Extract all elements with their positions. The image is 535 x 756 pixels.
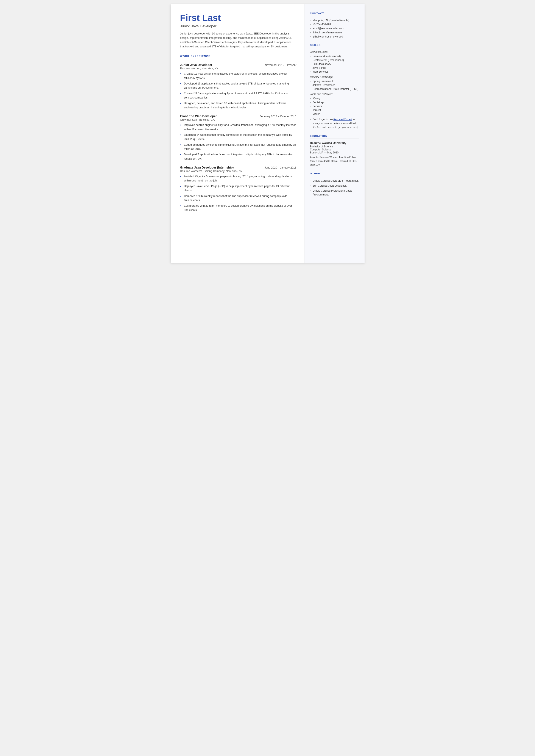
edu-field: Computer Science xyxy=(310,148,359,151)
skill-item: Maven xyxy=(310,113,359,116)
skill-item: Bootstrap xyxy=(310,101,359,104)
job-title: Junior Java Developer xyxy=(180,24,296,28)
other-section: OTHER Oracle Certified Java SE 6 Program… xyxy=(310,172,359,197)
list-item: Collaborated with 20 team members to des… xyxy=(180,204,296,212)
edu-date: Boston, MA — May 2010 xyxy=(310,151,359,154)
skill-item: Restful APIS (Experienced) xyxy=(310,59,359,62)
job-block-1: Junior Java Developer November 2015 – Pr… xyxy=(180,63,296,110)
skills-category-industry: Industry Knowledge: xyxy=(310,75,359,78)
contact-divider xyxy=(310,16,359,16)
job-header-1: Junior Java Developer November 2015 – Pr… xyxy=(180,63,296,67)
contact-item-1: +1-234-456-789 xyxy=(310,23,359,26)
job-bullets-2: Improved search engine visibility for a … xyxy=(180,123,296,161)
contact-item-0: Memphis, TN (Open to Remote) xyxy=(310,19,359,22)
job-block-3: Graduate Java Developer (Internship) Jun… xyxy=(180,166,296,212)
name: First Last xyxy=(180,13,296,23)
other-item: Oracle Certified Java SE 6 Programmer. xyxy=(310,179,359,183)
skill-item: Full Stack JAVA xyxy=(310,63,359,66)
other-divider xyxy=(310,176,359,176)
list-item: Compiled 120 bi-weekly reports that the … xyxy=(180,194,296,203)
list-item: Created 12 new systems that tracked the … xyxy=(180,72,296,80)
promo-text: Don't forget to use Resume Worded to sca… xyxy=(310,118,359,129)
right-column: CONTACT Memphis, TN (Open to Remote) +1-… xyxy=(304,4,365,263)
list-item: Created 21 Java applications using Sprin… xyxy=(180,92,296,100)
left-column: First Last Junior Java Developer Junior … xyxy=(171,4,304,263)
list-item: Developed 7 application interfaces that … xyxy=(180,153,296,161)
job-dates-1: November 2015 – Present xyxy=(265,64,296,67)
education-section: EDUCATION Resume Worded University Bache… xyxy=(310,135,359,167)
list-item: Improved search engine visibility for a … xyxy=(180,123,296,131)
work-divider xyxy=(180,59,296,59)
edu-university: Resume Worded University xyxy=(310,141,359,145)
skills-category-tools: Tools and Software: xyxy=(310,93,359,96)
skill-item: Servlets xyxy=(310,105,359,108)
promo-prefix: Don't forget to use xyxy=(313,118,333,121)
contact-section: CONTACT Memphis, TN (Open to Remote) +1-… xyxy=(310,12,359,38)
other-label: OTHER xyxy=(310,172,359,175)
skill-item: Frameworks (Advanced) xyxy=(310,55,359,58)
list-item: Deployed Java Server Page (JSP) to help … xyxy=(180,184,296,193)
edu-awards: Awards: Resume Worded Teaching Fellow (o… xyxy=(310,155,359,167)
job-bullets-3: Assisted 25 junior & senior employees in… xyxy=(180,174,296,212)
job-title-1: Junior Java Developer xyxy=(180,63,212,67)
skill-item: Representational State Transfer (REST) xyxy=(310,88,359,91)
job-bullets-1: Created 12 new systems that tracked the … xyxy=(180,72,296,110)
job-block-2: Front End Web Developer February 2013 – … xyxy=(180,114,296,161)
job-dates-2: February 2013 – October 2015 xyxy=(260,115,296,118)
other-item: Oracle Certified Professional Java Progr… xyxy=(310,189,359,197)
skill-item: Java Spring xyxy=(310,66,359,70)
education-label: EDUCATION xyxy=(310,135,359,137)
list-item: Developed 15 applications that tracked a… xyxy=(180,82,296,90)
skill-item: Web Services xyxy=(310,70,359,73)
skill-item: Spring Framework xyxy=(310,80,359,83)
job-company-3: Resume Worded's Exciting Company, New Yo… xyxy=(180,170,296,173)
skill-item: Tomcat xyxy=(310,109,359,112)
list-item: Coded embedded stylesheets into existing… xyxy=(180,143,296,151)
job-title-3: Graduate Java Developer (Internship) xyxy=(180,166,234,169)
job-header-3: Graduate Java Developer (Internship) Jun… xyxy=(180,166,296,169)
contact-item-2: email@resumeworded.com xyxy=(310,27,359,30)
skills-category-technical: Technical Skills: xyxy=(310,50,359,53)
summary-text: Junior java developer with 10 years of e… xyxy=(180,32,296,49)
skill-item: Jakarta Persistence xyxy=(310,84,359,87)
promo-link[interactable]: Resume Worded xyxy=(333,118,352,121)
contact-label: CONTACT xyxy=(310,12,359,14)
job-title-2: Front End Web Developer xyxy=(180,114,217,118)
edu-degree: Bachelor of Science xyxy=(310,145,359,148)
list-item: Assisted 25 junior & senior employees in… xyxy=(180,174,296,183)
contact-item-4: github.com/resumeworded xyxy=(310,35,359,38)
other-item: Sun Certified Java Developer. xyxy=(310,184,359,188)
list-item: Designed, developed, and tested 32 web-b… xyxy=(180,101,296,110)
work-experience-label: WORK EXPERIENCE xyxy=(180,55,296,58)
list-item: Launched 14 websites that directly contr… xyxy=(180,133,296,141)
job-header-2: Front End Web Developer February 2013 – … xyxy=(180,114,296,118)
job-company-2: Growthsi, San Francisco, CA xyxy=(180,118,296,121)
skill-item: jQuery xyxy=(310,97,359,100)
skills-section: SKILLS Technical Skills: Frameworks (Adv… xyxy=(310,44,359,129)
contact-item-3: linkedin.com/in/username xyxy=(310,31,359,34)
job-dates-3: June 2010 – January 2013 xyxy=(265,166,296,169)
job-company-1: Resume Worded, New York, NY xyxy=(180,67,296,70)
resume-page: First Last Junior Java Developer Junior … xyxy=(171,4,365,263)
skills-label: SKILLS xyxy=(310,44,359,46)
